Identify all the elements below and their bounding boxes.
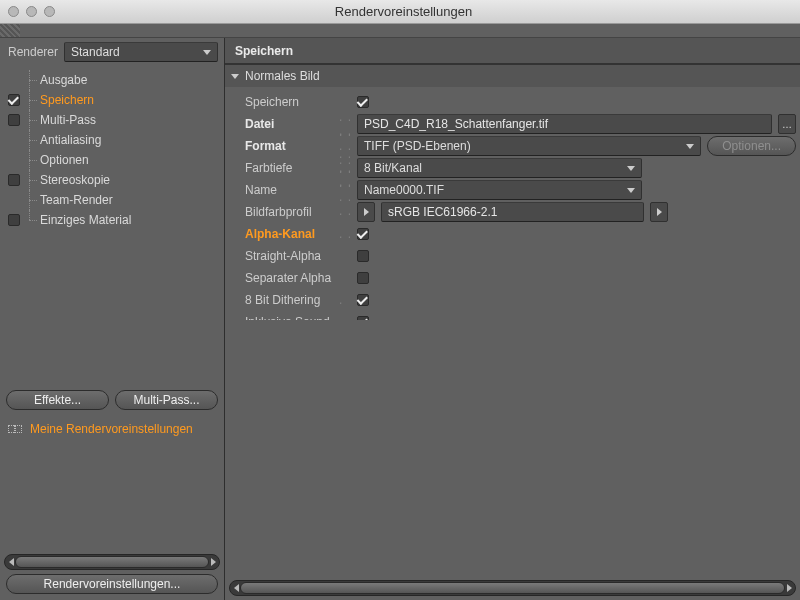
dots: . . . . . . . . [339, 162, 357, 218]
chevron-down-icon [627, 166, 635, 171]
section-normal-label: Normales Bild [245, 69, 320, 83]
window-titlebar: Rendervoreinstellungen [0, 0, 800, 24]
sep-label: Separater Alpha [229, 271, 339, 285]
file-label: Datei [229, 117, 339, 131]
disclosure-down-icon [231, 74, 239, 79]
sidebar-item-einziges-material[interactable]: Einziges Material [0, 210, 224, 230]
checkbox[interactable] [8, 94, 20, 106]
sidebar-item-check[interactable] [6, 174, 22, 186]
tree-connector-icon [22, 150, 38, 170]
sidebar-button-row: Effekte... Multi-Pass... [0, 384, 224, 416]
format-label: Format [229, 139, 339, 153]
sidebar-item-label: Einziges Material [38, 213, 131, 227]
sidebar-item-ausgabe[interactable]: Ausgabe [0, 70, 224, 90]
window-toolbar-strip [0, 24, 800, 38]
renderer-select[interactable]: Standard [64, 42, 218, 62]
scroll-thumb[interactable] [240, 582, 785, 594]
file-field[interactable] [357, 114, 772, 134]
depth-label: Farbtiefe [229, 161, 339, 175]
profile-input[interactable] [388, 205, 637, 219]
checkbox[interactable] [8, 214, 20, 226]
tree-connector-icon [22, 110, 38, 130]
name-select[interactable]: Name0000.TIF [357, 180, 642, 200]
profile-prev-button[interactable] [357, 202, 375, 222]
effects-button[interactable]: Effekte... [6, 390, 109, 410]
chevron-down-icon [203, 50, 211, 55]
preset-row[interactable]: Meine Rendervoreinstellungen [0, 416, 224, 442]
preset-icon [8, 423, 24, 435]
tree-connector-icon [22, 130, 38, 150]
sidebar-item-check[interactable] [6, 214, 22, 226]
save-checkbox[interactable] [357, 96, 369, 108]
chevron-down-icon [686, 144, 694, 149]
format-select[interactable]: TIFF (PSD-Ebenen) [357, 136, 701, 156]
profile-next-button[interactable] [650, 202, 668, 222]
tree-connector-icon [22, 90, 38, 110]
straight-label: Straight-Alpha [229, 249, 339, 263]
drag-handle-icon[interactable] [0, 24, 20, 37]
straight-checkbox[interactable] [357, 250, 369, 262]
depth-select[interactable]: 8 Bit/Kanal [357, 158, 642, 178]
file-input[interactable] [364, 117, 765, 131]
multipass-button[interactable]: Multi-Pass... [115, 390, 218, 410]
tree-connector-icon [22, 170, 38, 190]
window-title: Rendervoreinstellungen [15, 4, 792, 19]
render-settings-button[interactable]: Rendervoreinstellungen... [6, 574, 218, 594]
tree-connector-icon [22, 210, 38, 230]
dither-checkbox[interactable] [357, 294, 369, 306]
sidebar: Renderer Standard AusgabeSpeichernMulti-… [0, 38, 225, 600]
checkbox[interactable] [8, 174, 20, 186]
sidebar-item-label: Speichern [38, 93, 94, 107]
sidebar-item-speichern[interactable]: Speichern [0, 90, 224, 110]
content-scrollbar[interactable] [229, 580, 796, 596]
sound-checkbox[interactable] [357, 316, 369, 320]
renderer-select-value: Standard [71, 45, 120, 59]
scroll-right-icon[interactable] [208, 557, 218, 567]
name-value: Name0000.TIF [364, 183, 444, 197]
format-value: TIFF (PSD-Ebenen) [364, 139, 471, 153]
sidebar-item-label: Ausgabe [38, 73, 87, 87]
format-options-button[interactable]: Optionen... [707, 136, 796, 156]
sidebar-item-check[interactable] [6, 114, 22, 126]
alpha-label: Alpha-Kanal [229, 227, 339, 241]
dots: . . [339, 227, 357, 241]
tree-connector-icon [22, 190, 38, 210]
preset-name: Meine Rendervoreinstellungen [30, 422, 193, 436]
sidebar-item-label: Multi-Pass [38, 113, 96, 127]
sidebar-item-label: Stereoskopie [38, 173, 110, 187]
sidebar-item-label: Team-Render [38, 193, 113, 207]
sidebar-item-optionen[interactable]: Optionen [0, 150, 224, 170]
depth-value: 8 Bit/Kanal [364, 161, 422, 175]
save-label: Speichern [229, 95, 339, 109]
scroll-thumb[interactable] [15, 556, 209, 568]
checkbox[interactable] [8, 114, 20, 126]
sidebar-item-label: Antialiasing [38, 133, 101, 147]
sidebar-item-stereoskopie[interactable]: Stereoskopie [0, 170, 224, 190]
renderer-label: Renderer [8, 45, 58, 59]
sidebar-scrollbar[interactable] [4, 554, 220, 570]
section-normal-image: Normales Bild Speichern Datei . . . . [225, 64, 800, 320]
sidebar-tree: AusgabeSpeichernMulti-PassAntialiasingOp… [0, 66, 224, 236]
profile-field[interactable] [381, 202, 644, 222]
sidebar-item-team-render[interactable]: Team-Render [0, 190, 224, 210]
sidebar-item-check[interactable] [6, 94, 22, 106]
dither-label: 8 Bit Dithering [229, 293, 339, 307]
section-normal-header[interactable]: Normales Bild [225, 65, 800, 87]
chevron-down-icon [627, 188, 635, 193]
sidebar-item-label: Optionen [38, 153, 89, 167]
file-browse-button[interactable]: … [778, 114, 796, 134]
renderer-row: Renderer Standard [0, 38, 224, 66]
sep-checkbox[interactable] [357, 272, 369, 284]
tree-connector-icon [22, 70, 38, 90]
dots: . [339, 293, 357, 307]
sidebar-item-antialiasing[interactable]: Antialiasing [0, 130, 224, 150]
sidebar-item-multi-pass[interactable]: Multi-Pass [0, 110, 224, 130]
alpha-checkbox[interactable] [357, 228, 369, 240]
profile-label: Bildfarbprofil [229, 205, 339, 219]
name-label: Name [229, 183, 339, 197]
content-panel: Speichern Normales Bild Speichern Datei … [225, 38, 800, 600]
panel-title: Speichern [225, 38, 800, 64]
scroll-right-icon[interactable] [784, 583, 794, 593]
